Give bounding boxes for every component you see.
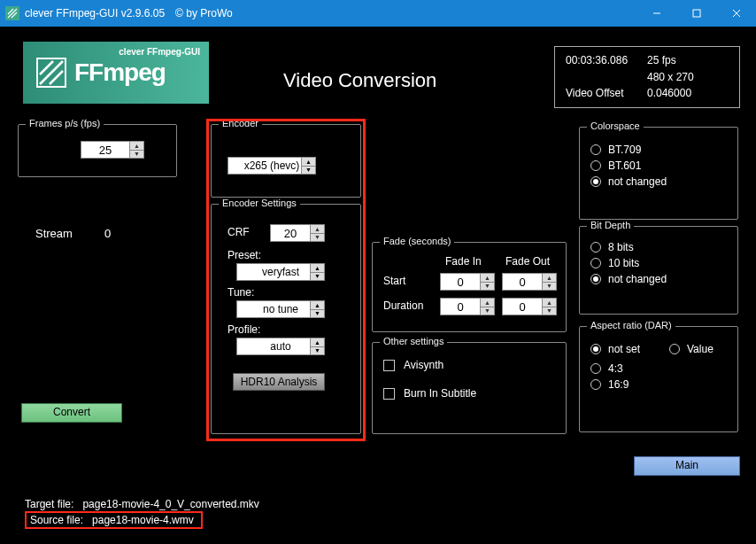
source-file: page18-movie-4.wmv — [92, 514, 194, 526]
profile-value: auto — [270, 340, 290, 353]
app-window: clever FFmpeg-GUI v2.9.6.05 © by ProWo c… — [0, 0, 756, 544]
fade-start-out-input[interactable] — [502, 273, 543, 291]
content-area: clever FFmpeg-GUI FFmpeg Video Conversio… — [0, 27, 756, 544]
target-file: page18-movie-4_0_V_converted.mkv — [82, 498, 258, 510]
maximize-button[interactable] — [676, 0, 716, 27]
info-duration: 00:03:36.086 — [566, 54, 647, 67]
window-title: clever FFmpeg-GUI v2.9.6.05 — [25, 7, 165, 19]
bitdepth-group: Bit Depth 8 bits 10 bits not changed — [579, 226, 738, 315]
depth-10[interactable]: 10 bits — [590, 257, 737, 269]
cspace-bt601[interactable]: BT.601 — [590, 159, 737, 172]
encoder-group: Encoder x265 (hevc) ▲▼ — [211, 124, 361, 198]
depth-8[interactable]: 8 bits — [590, 241, 737, 253]
avisynth-checkbox[interactable]: Avisynth — [383, 359, 566, 371]
close-button[interactable] — [716, 0, 756, 27]
fade-dur-out-input[interactable] — [502, 298, 543, 315]
fade-dur-label: Duration — [383, 299, 423, 312]
fade-group: Fade (seconds) Fade In Fade Out Start ▲▼… — [372, 242, 567, 332]
cspace-bt709[interactable]: BT.709 — [590, 144, 737, 156]
dar-43[interactable]: 4:3 — [590, 362, 737, 375]
fps-input[interactable] — [81, 141, 130, 159]
app-icon — [5, 6, 19, 20]
info-fps: 25 fps — [647, 54, 729, 67]
fade-dur-in-input[interactable] — [440, 298, 481, 315]
hdr10-analysis-button[interactable]: HDR10 Analysis — [233, 373, 325, 391]
source-file-line: Source file: page18-movie-4.wmv — [25, 511, 203, 529]
encoder-select[interactable]: x265 (hevc) ▲▼ — [228, 157, 316, 175]
minimize-button[interactable] — [636, 0, 676, 27]
dar-notset[interactable]: not set — [590, 343, 659, 355]
preset-label: Preset: — [228, 249, 261, 261]
profile-select[interactable]: auto ▲▼ — [236, 338, 325, 355]
burn-subtitle-checkbox[interactable]: Burn In Subtitle — [383, 387, 566, 400]
fade-start-out-spin[interactable]: ▲▼ — [543, 273, 557, 291]
fade-start-in-spin[interactable]: ▲▼ — [481, 273, 495, 291]
tune-label: Tune: — [228, 286, 254, 299]
tune-select[interactable]: no tune ▲▼ — [236, 300, 325, 318]
fade-dur-out-spin[interactable]: ▲▼ — [543, 298, 557, 315]
cspace-notchanged[interactable]: not changed — [590, 175, 737, 188]
tune-value: no tune — [263, 303, 298, 315]
encset-legend: Encoder Settings — [219, 198, 300, 208]
fade-legend: Fade (seconds) — [380, 236, 454, 246]
depth-legend: Bit Depth — [587, 220, 634, 230]
cspace-legend: Colorspace — [587, 120, 644, 131]
fps-legend: Frames p/s (fps) — [26, 118, 104, 128]
encoder-settings-group: Encoder Settings CRF ▲▼ Preset: veryfast… — [211, 204, 361, 434]
stream-label: Stream — [35, 227, 73, 240]
page-title: Video Conversion — [283, 69, 436, 92]
profile-label: Profile: — [228, 323, 260, 336]
target-file-line: Target file: page18-movie-4_0_V_converte… — [25, 498, 259, 510]
other-settings-group: Other settings Avisynth Burn In Subtitle — [372, 342, 567, 434]
window-copyright: © by ProWo — [175, 7, 233, 19]
fadeout-label: Fade Out — [505, 255, 550, 268]
info-offset-label: Video Offset — [566, 87, 647, 100]
fps-group: Frames p/s (fps) ▲▼ — [18, 124, 177, 177]
preset-select[interactable]: veryfast ▲▼ — [236, 263, 325, 281]
preset-value: veryfast — [262, 266, 299, 278]
depth-notchanged[interactable]: not changed — [590, 273, 737, 285]
fps-spinner[interactable]: ▲▼ — [130, 141, 144, 159]
fade-start-label: Start — [383, 275, 405, 287]
titlebar: clever FFmpeg-GUI v2.9.6.05 © by ProWo — [0, 0, 756, 27]
encoder-value: x265 (hevc) — [244, 159, 300, 172]
crf-input[interactable] — [270, 224, 311, 242]
stream-value: 0 — [104, 227, 111, 240]
logo-banner: clever FFmpeg-GUI FFmpeg — [23, 42, 209, 104]
dar-legend: Aspect ratio (DAR) — [587, 320, 675, 330]
logo-brand: FFmpeg — [74, 58, 166, 87]
logo-small-text: clever FFmpeg-GUI — [119, 47, 200, 57]
crf-spinner[interactable]: ▲▼ — [311, 224, 325, 242]
crf-label: CRF — [228, 226, 250, 238]
convert-button[interactable]: Convert — [21, 403, 122, 423]
fadein-label: Fade In — [445, 255, 482, 268]
svg-rect-1 — [693, 10, 700, 17]
info-offset: 0.046000 — [647, 87, 729, 100]
ffmpeg-icon — [35, 57, 67, 89]
dar-value[interactable]: Value — [669, 343, 737, 355]
dar-169[interactable]: 16:9 — [590, 378, 737, 391]
video-info-box: 00:03:36.086 25 fps 480 x 270 Video Offs… — [554, 46, 740, 108]
dar-group: Aspect ratio (DAR) not set Value 4:3 16:… — [579, 326, 738, 432]
colorspace-group: Colorspace BT.709 BT.601 not changed — [579, 127, 738, 220]
encoder-legend: Encoder — [219, 118, 262, 128]
fade-start-in-input[interactable] — [440, 273, 481, 291]
main-button[interactable]: Main — [634, 456, 740, 476]
info-resolution: 480 x 270 — [647, 71, 729, 84]
fade-dur-in-spin[interactable]: ▲▼ — [481, 298, 495, 315]
other-legend: Other settings — [380, 336, 447, 346]
